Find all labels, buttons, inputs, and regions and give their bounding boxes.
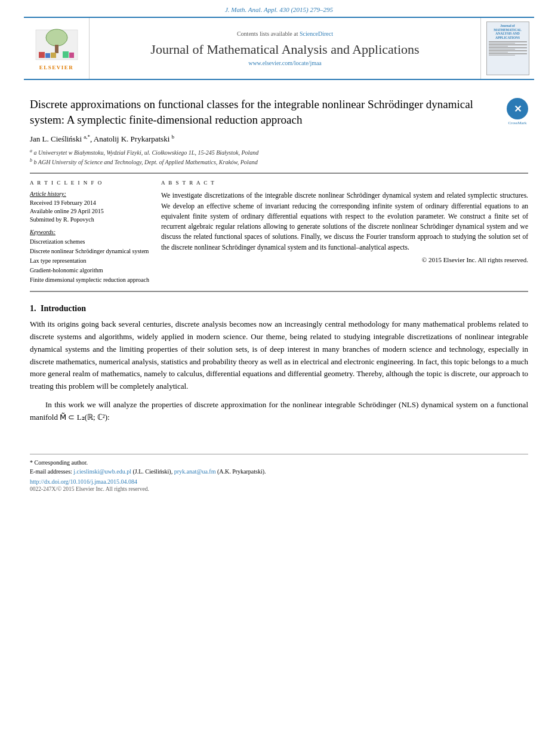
svg-point-1 (46, 29, 67, 46)
journal-header: ELSEVIER Contents lists available at Sci… (24, 17, 534, 80)
journal-title: Journal of Mathematical Analysis and App… (150, 42, 419, 57)
article-info-label: A R T I C L E I N F O (30, 180, 149, 186)
received-date: Received 19 February 2014 (30, 199, 149, 207)
section-number: 1. (30, 304, 36, 313)
elsevier-logo-section: ELSEVIER (24, 18, 90, 79)
affiliation-a: a a Uniwersytet w Białymstoku, Wydział F… (30, 147, 528, 157)
keyword-1: Discretization schemes (30, 237, 149, 247)
thumb-lines (489, 41, 527, 56)
contents-label: Contents lists available at (237, 30, 298, 37)
article-title: Discrete approximations on functional cl… (30, 97, 501, 127)
author1: Jan L. Cieśliński a,*, (30, 134, 92, 143)
keywords-block: Keywords: Discretization schemes Discret… (30, 229, 149, 285)
thumb-line (489, 53, 527, 54)
contents-available-line: Contents lists available at ScienceDirec… (237, 30, 333, 37)
journal-url[interactable]: www.elsevier.com/locate/jmaa (248, 60, 322, 66)
article-history-heading: Article history: (30, 190, 149, 197)
author2-affil-marker: b (172, 133, 175, 139)
introduction-heading: 1. Introduction (30, 304, 528, 314)
sciencedirect-link[interactable]: ScienceDirect (300, 30, 333, 37)
footer-copyright: 0022-247X/© 2015 Elsevier Inc. All right… (30, 486, 528, 492)
section-title: Introduction (41, 304, 86, 313)
journal-cover-thumbnail: Journal ofMATHEMATICALANALYSIS ANDAPPLIC… (486, 21, 529, 75)
journal-thumbnail-section: Journal ofMATHEMATICALANALYSIS ANDAPPLIC… (480, 18, 534, 79)
introduction-paragraph-1: With its origins going back several cent… (30, 318, 528, 393)
author1-affil-marker: a,* (84, 133, 90, 139)
keyword-5: Finite dimensional symplectic reduction … (30, 275, 149, 285)
email2-author: (A.K. Prykarpatski). (217, 468, 266, 475)
author2: Anatolij K. Prykarpatski b (94, 134, 174, 143)
article-history-block: Article history: Received 19 February 20… (30, 190, 149, 224)
abstract-text: We investigate discretizations of the in… (161, 190, 528, 253)
thumb-line (489, 44, 527, 45)
introduction-paragraph-2: In this work we will analyze the propert… (30, 399, 528, 424)
thumb-line (489, 55, 516, 56)
elsevier-tree-logo (33, 27, 81, 63)
email1-author: (J.L. Cieśliński), (133, 468, 173, 475)
thumb-line (489, 46, 508, 47)
email2[interactable]: pryk.anat@ua.fm (174, 468, 216, 475)
keyword-2: Discrete nonlinear Schrödinger dynamical… (30, 247, 149, 256)
affil-b-text: b AGH University of Science and Technolo… (34, 159, 258, 165)
email-addresses-line: E-mail addresses: j.cieslinski@uwb.edu.p… (30, 467, 528, 476)
svg-rect-6 (63, 51, 69, 58)
affiliations: a a Uniwersytet w Białymstoku, Wydział F… (30, 147, 528, 167)
submitted-by: Submitted by R. Popovych (30, 216, 149, 224)
keyword-3: Lax type representation (30, 256, 149, 266)
crossmark-badge[interactable]: ✕ CrossMark (507, 98, 528, 119)
journal-title-section: Contents lists available at ScienceDirec… (90, 18, 480, 79)
email-label: E-mail addresses: (30, 468, 72, 475)
article-info-column: A R T I C L E I N F O Article history: R… (30, 180, 149, 285)
thumb-line (489, 49, 516, 50)
article-info-abstract-section: A R T I C L E I N F O Article history: R… (30, 180, 528, 285)
keywords-heading: Keywords: (30, 229, 149, 235)
journal-reference: J. Math. Anal. Appl. 430 (2015) 279–295 (0, 0, 558, 17)
intro-p2-text: In this work we will analyze the propert… (30, 400, 528, 422)
svg-rect-3 (39, 52, 45, 58)
thumb-title: Journal ofMATHEMATICALANALYSIS ANDAPPLIC… (494, 24, 522, 39)
thumb-line (489, 47, 527, 48)
authors-line: Jan L. Cieśliński a,*, Anatolij K. Pryka… (30, 133, 528, 143)
svg-rect-4 (45, 53, 50, 58)
page: J. Math. Anal. Appl. 430 (2015) 279–295 … (0, 0, 558, 756)
email1[interactable]: j.cieslinski@uwb.edu.pl (73, 468, 131, 475)
abstract-copyright: © 2015 Elsevier Inc. All rights reserved… (161, 256, 528, 263)
affil-b-marker: b (30, 158, 32, 163)
svg-rect-5 (51, 53, 56, 58)
section-divider-top (30, 173, 528, 174)
main-content: Discrete approximations on functional cl… (0, 80, 558, 442)
affiliation-b: b b AGH University of Science and Techno… (30, 157, 528, 167)
corresponding-author-note: * Corresponding author. (30, 458, 528, 467)
abstract-column: A B S T R A C T We investigate discretiz… (161, 180, 528, 285)
crossmark-icon: ✕ (507, 98, 528, 119)
doi-line[interactable]: http://dx.doi.org/10.1016/j.jmaa.2015.04… (30, 478, 528, 485)
elsevier-wordmark: ELSEVIER (39, 64, 74, 70)
thumb-line (489, 41, 527, 42)
footer-section: * Corresponding author. E-mail addresses… (30, 454, 528, 492)
abstract-label: A B S T R A C T (161, 180, 528, 186)
corresponding-label: * Corresponding author. (30, 459, 88, 466)
thumb-line (489, 52, 508, 53)
thumb-line (489, 50, 527, 51)
crossmark-label: CrossMark (507, 121, 528, 125)
journal-ref-text: J. Math. Anal. Appl. 430 (2015) 279–295 (225, 6, 333, 13)
article-title-section: Discrete approximations on functional cl… (30, 97, 528, 127)
doi-text: http://dx.doi.org/10.1016/j.jmaa.2015.04… (30, 478, 137, 485)
affil-a-marker: a (30, 148, 32, 153)
svg-rect-7 (69, 53, 74, 58)
keyword-4: Gradient-holonomic algorithm (30, 266, 149, 275)
section-divider-bottom (30, 291, 528, 292)
thumb-line (489, 43, 516, 44)
affil-a-text: a Uniwersytet w Białymstoku, Wydział Fiz… (34, 149, 259, 156)
svg-rect-2 (55, 45, 58, 53)
available-date: Available online 29 April 2015 (30, 207, 149, 216)
